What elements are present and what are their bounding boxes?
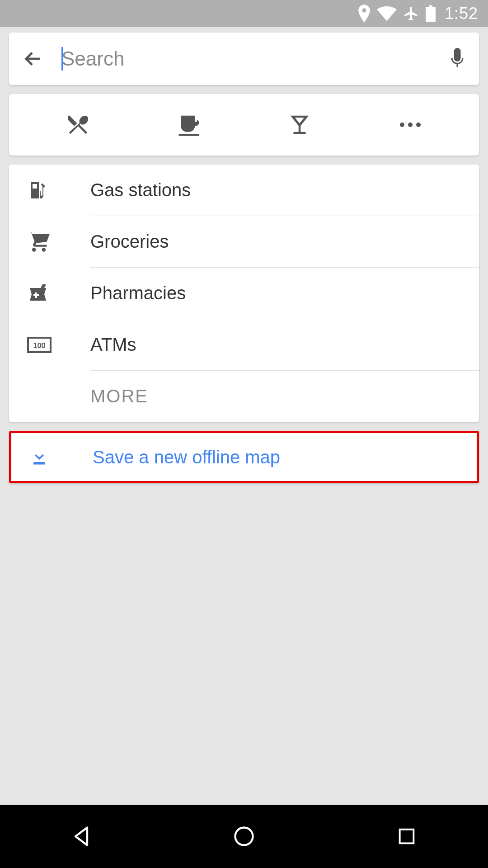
more-button[interactable] [372, 94, 449, 156]
category-label: Groceries [90, 216, 479, 268]
wifi-icon [377, 6, 397, 21]
category-atms[interactable]: 100 ATMs [9, 319, 479, 371]
category-groceries[interactable]: Groceries [9, 216, 479, 268]
coffee-button[interactable] [150, 94, 227, 156]
save-offline-map-button[interactable]: Save a new offline map [9, 431, 479, 483]
coffee-icon [177, 113, 201, 137]
quick-categories [9, 94, 479, 156]
search-bar[interactable] [9, 33, 479, 85]
nav-back-button[interactable] [36, 825, 127, 848]
restaurant-icon [66, 113, 90, 137]
clock-text: 1:52 [445, 4, 478, 23]
svg-text:100: 100 [33, 341, 45, 349]
category-pharmacies[interactable]: Pharmacies [9, 268, 479, 319]
category-label: ATMs [90, 319, 479, 371]
svg-point-1 [408, 123, 413, 127]
airplane-mode-icon [403, 5, 419, 22]
location-icon [358, 5, 371, 23]
status-bar: 1:52 [0, 0, 488, 27]
category-label: Gas stations [90, 165, 479, 216]
mic-icon[interactable] [449, 48, 465, 70]
offline-map-label: Save a new offline map [93, 447, 459, 467]
nav-recent-button[interactable] [361, 826, 452, 847]
cart-icon [27, 230, 90, 254]
nav-home-button[interactable] [199, 825, 289, 848]
more-label: MORE [90, 371, 479, 422]
svg-point-5 [235, 828, 253, 845]
atm-icon: 100 [27, 337, 90, 353]
gas-pump-icon [27, 179, 90, 201]
category-list: Gas stations Groceries Pharmacies 100 AT… [9, 165, 479, 422]
android-nav-bar [0, 805, 488, 868]
restaurants-button[interactable] [40, 94, 117, 156]
svg-rect-6 [400, 830, 414, 844]
svg-point-2 [416, 123, 421, 127]
download-icon [29, 447, 93, 467]
category-gas-stations[interactable]: Gas stations [9, 165, 479, 216]
category-more[interactable]: MORE [9, 371, 479, 422]
bars-button[interactable] [261, 94, 338, 156]
content-area: Gas stations Groceries Pharmacies 100 AT… [0, 27, 488, 805]
search-input[interactable] [61, 47, 310, 70]
back-icon[interactable] [23, 48, 43, 69]
search-input-wrapper[interactable] [61, 47, 431, 70]
more-horizontal-icon [398, 122, 422, 128]
cocktail-icon [287, 113, 312, 137]
pharmacy-icon [27, 283, 90, 304]
battery-icon [426, 5, 436, 22]
category-label: Pharmacies [90, 268, 479, 319]
svg-point-0 [400, 123, 404, 127]
